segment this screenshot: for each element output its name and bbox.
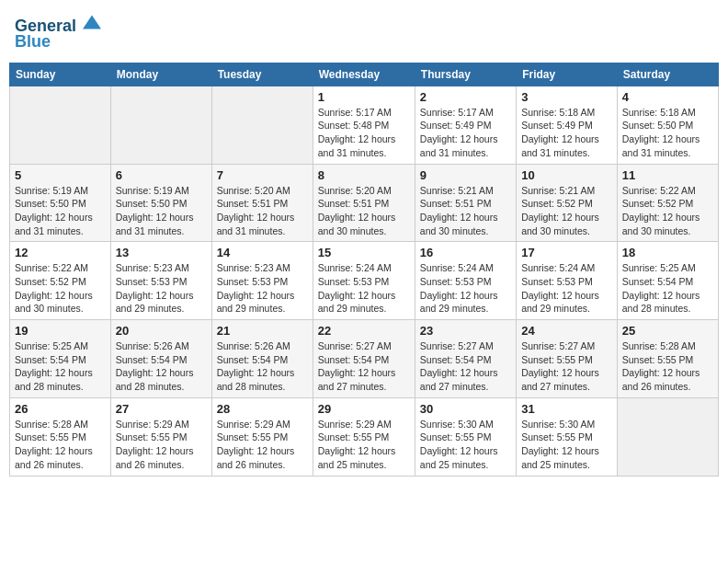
day-info: Sunrise: 5:24 AM Sunset: 5:53 PM Dayligh… xyxy=(521,261,612,316)
day-info: Sunrise: 5:27 AM Sunset: 5:54 PM Dayligh… xyxy=(420,339,511,394)
calendar-cell: 2Sunrise: 5:17 AM Sunset: 5:49 PM Daylig… xyxy=(415,86,516,164)
day-info: Sunrise: 5:18 AM Sunset: 5:49 PM Dayligh… xyxy=(521,106,612,160)
day-number: 18 xyxy=(622,246,713,259)
calendar-cell: 19Sunrise: 5:25 AM Sunset: 5:54 PM Dayli… xyxy=(10,320,111,398)
day-number: 29 xyxy=(318,402,410,416)
calendar-cell: 25Sunrise: 5:28 AM Sunset: 5:55 PM Dayli… xyxy=(617,320,718,398)
calendar-cell: 23Sunrise: 5:27 AM Sunset: 5:54 PM Dayli… xyxy=(415,320,516,398)
day-number: 4 xyxy=(622,90,713,104)
day-number: 9 xyxy=(420,168,511,182)
day-number: 21 xyxy=(217,324,308,338)
calendar-cell: 31Sunrise: 5:30 AM Sunset: 5:55 PM Dayli… xyxy=(517,397,618,476)
day-number: 12 xyxy=(15,246,106,259)
day-number: 13 xyxy=(116,246,207,259)
calendar-cell: 20Sunrise: 5:26 AM Sunset: 5:54 PM Dayli… xyxy=(110,320,211,398)
calendar-cell: 26Sunrise: 5:28 AM Sunset: 5:55 PM Dayli… xyxy=(10,397,111,476)
day-info: Sunrise: 5:28 AM Sunset: 5:55 PM Dayligh… xyxy=(15,418,106,472)
calendar-cell: 18Sunrise: 5:25 AM Sunset: 5:54 PM Dayli… xyxy=(617,242,718,320)
day-number: 27 xyxy=(116,402,207,416)
day-info: Sunrise: 5:24 AM Sunset: 5:53 PM Dayligh… xyxy=(318,261,410,316)
day-info: Sunrise: 5:20 AM Sunset: 5:51 PM Dayligh… xyxy=(217,184,308,238)
calendar-table: SundayMondayTuesdayWednesdayThursdayFrid… xyxy=(9,63,719,477)
day-number: 24 xyxy=(521,324,612,338)
day-number: 30 xyxy=(420,402,511,416)
day-number: 23 xyxy=(420,324,511,338)
calendar-cell: 24Sunrise: 5:27 AM Sunset: 5:55 PM Dayli… xyxy=(517,320,618,398)
day-number: 8 xyxy=(318,168,410,182)
calendar-week-row: 26Sunrise: 5:28 AM Sunset: 5:55 PM Dayli… xyxy=(10,397,719,476)
calendar-cell: 21Sunrise: 5:26 AM Sunset: 5:54 PM Dayli… xyxy=(211,320,313,398)
calendar-cell: 6Sunrise: 5:19 AM Sunset: 5:50 PM Daylig… xyxy=(110,164,211,242)
calendar-cell: 7Sunrise: 5:20 AM Sunset: 5:51 PM Daylig… xyxy=(211,164,313,242)
day-number: 26 xyxy=(15,402,106,416)
day-info: Sunrise: 5:28 AM Sunset: 5:55 PM Dayligh… xyxy=(622,339,713,394)
calendar-cell xyxy=(211,86,313,164)
weekday-header: Monday xyxy=(110,63,211,86)
calendar-cell: 30Sunrise: 5:30 AM Sunset: 5:55 PM Dayli… xyxy=(415,397,516,476)
calendar-cell: 11Sunrise: 5:22 AM Sunset: 5:52 PM Dayli… xyxy=(617,164,718,242)
calendar-week-row: 19Sunrise: 5:25 AM Sunset: 5:54 PM Dayli… xyxy=(10,320,719,398)
day-info: Sunrise: 5:23 AM Sunset: 5:53 PM Dayligh… xyxy=(217,261,308,316)
calendar-cell: 8Sunrise: 5:20 AM Sunset: 5:51 PM Daylig… xyxy=(313,164,415,242)
calendar-cell: 15Sunrise: 5:24 AM Sunset: 5:53 PM Dayli… xyxy=(313,242,415,320)
day-number: 5 xyxy=(15,168,106,182)
calendar-cell xyxy=(110,86,211,164)
day-info: Sunrise: 5:21 AM Sunset: 5:52 PM Dayligh… xyxy=(521,184,612,238)
day-info: Sunrise: 5:29 AM Sunset: 5:55 PM Dayligh… xyxy=(217,418,308,472)
day-info: Sunrise: 5:21 AM Sunset: 5:51 PM Dayligh… xyxy=(420,184,511,238)
calendar-week-row: 1Sunrise: 5:17 AM Sunset: 5:48 PM Daylig… xyxy=(10,86,719,164)
day-number: 25 xyxy=(622,324,713,338)
calendar-cell: 27Sunrise: 5:29 AM Sunset: 5:55 PM Dayli… xyxy=(110,397,211,476)
weekday-header: Wednesday xyxy=(313,63,415,86)
day-number: 15 xyxy=(318,246,410,259)
calendar-cell: 1Sunrise: 5:17 AM Sunset: 5:48 PM Daylig… xyxy=(313,86,415,164)
day-number: 28 xyxy=(217,402,308,416)
calendar-cell: 28Sunrise: 5:29 AM Sunset: 5:55 PM Dayli… xyxy=(211,397,313,476)
calendar-cell: 17Sunrise: 5:24 AM Sunset: 5:53 PM Dayli… xyxy=(517,242,618,320)
day-number: 16 xyxy=(420,246,511,259)
calendar-cell: 12Sunrise: 5:22 AM Sunset: 5:52 PM Dayli… xyxy=(10,242,111,320)
logo: General Blue xyxy=(15,13,101,52)
day-info: Sunrise: 5:25 AM Sunset: 5:54 PM Dayligh… xyxy=(15,339,106,394)
day-info: Sunrise: 5:30 AM Sunset: 5:55 PM Dayligh… xyxy=(420,418,511,472)
day-info: Sunrise: 5:29 AM Sunset: 5:55 PM Dayligh… xyxy=(116,418,207,472)
weekday-header: Saturday xyxy=(617,63,718,86)
day-info: Sunrise: 5:20 AM Sunset: 5:51 PM Dayligh… xyxy=(318,184,410,238)
day-info: Sunrise: 5:19 AM Sunset: 5:50 PM Dayligh… xyxy=(116,184,207,238)
day-number: 7 xyxy=(217,168,308,182)
day-number: 1 xyxy=(318,90,410,104)
svg-marker-0 xyxy=(83,16,101,29)
day-number: 6 xyxy=(116,168,207,182)
day-number: 20 xyxy=(116,324,207,338)
day-number: 31 xyxy=(521,402,612,416)
calendar-cell: 10Sunrise: 5:21 AM Sunset: 5:52 PM Dayli… xyxy=(517,164,618,242)
calendar-week-row: 12Sunrise: 5:22 AM Sunset: 5:52 PM Dayli… xyxy=(10,242,719,320)
day-info: Sunrise: 5:30 AM Sunset: 5:55 PM Dayligh… xyxy=(521,418,612,472)
day-info: Sunrise: 5:27 AM Sunset: 5:54 PM Dayligh… xyxy=(318,339,410,394)
calendar-cell: 14Sunrise: 5:23 AM Sunset: 5:53 PM Dayli… xyxy=(211,242,313,320)
day-info: Sunrise: 5:26 AM Sunset: 5:54 PM Dayligh… xyxy=(217,339,308,394)
day-number: 14 xyxy=(217,246,308,259)
weekday-header: Sunday xyxy=(10,63,111,86)
day-number: 3 xyxy=(521,90,612,104)
day-number: 10 xyxy=(521,168,612,182)
calendar-cell xyxy=(10,86,111,164)
day-number: 22 xyxy=(318,324,410,338)
day-info: Sunrise: 5:17 AM Sunset: 5:49 PM Dayligh… xyxy=(420,106,511,160)
day-info: Sunrise: 5:26 AM Sunset: 5:54 PM Dayligh… xyxy=(116,339,207,394)
calendar-week-row: 5Sunrise: 5:19 AM Sunset: 5:50 PM Daylig… xyxy=(10,164,719,242)
calendar-cell: 9Sunrise: 5:21 AM Sunset: 5:51 PM Daylig… xyxy=(415,164,516,242)
calendar-cell: 3Sunrise: 5:18 AM Sunset: 5:49 PM Daylig… xyxy=(517,86,618,164)
day-info: Sunrise: 5:19 AM Sunset: 5:50 PM Dayligh… xyxy=(15,184,106,238)
calendar-header-row: SundayMondayTuesdayWednesdayThursdayFrid… xyxy=(10,63,719,86)
calendar-cell xyxy=(617,397,718,476)
calendar-cell: 5Sunrise: 5:19 AM Sunset: 5:50 PM Daylig… xyxy=(10,164,111,242)
day-info: Sunrise: 5:27 AM Sunset: 5:55 PM Dayligh… xyxy=(521,339,612,394)
page-header: General Blue xyxy=(9,9,719,55)
weekday-header: Tuesday xyxy=(211,63,313,86)
logo-icon xyxy=(83,13,101,31)
weekday-header: Thursday xyxy=(415,63,516,86)
calendar-cell: 29Sunrise: 5:29 AM Sunset: 5:55 PM Dayli… xyxy=(313,397,415,476)
day-info: Sunrise: 5:23 AM Sunset: 5:53 PM Dayligh… xyxy=(116,261,207,316)
day-info: Sunrise: 5:25 AM Sunset: 5:54 PM Dayligh… xyxy=(622,261,713,316)
